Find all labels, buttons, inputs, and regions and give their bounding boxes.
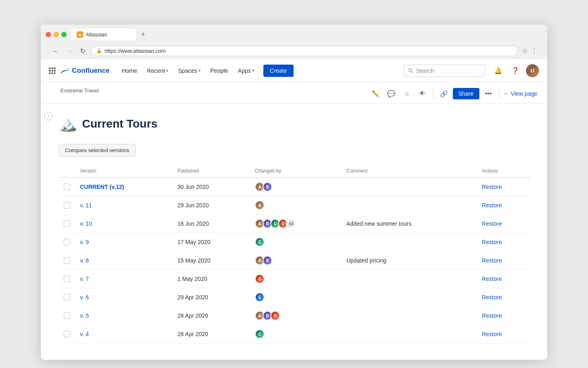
search-box[interactable]: Search [403, 65, 485, 77]
published-date: 1 May 2020 [172, 270, 250, 288]
sidebar-toggle-area: › [41, 104, 52, 360]
nav-apps[interactable]: Apps ▾ [234, 65, 258, 76]
user-avatar[interactable]: U [526, 64, 539, 77]
restore-button[interactable]: Restore [482, 312, 502, 319]
published-date: 29 Jun 2020 [172, 196, 250, 215]
grid-icon[interactable] [49, 67, 56, 74]
nav-links: Home Recent ▾ Spaces ▾ People Apps ▾ Cre… [118, 65, 294, 77]
published-date: 30 Jun 2020 [172, 177, 250, 196]
table-row: CURRENT (v.12)30 Jun 2020ABRestore [59, 177, 531, 196]
restore-button[interactable]: Restore [482, 294, 502, 301]
forward-button[interactable]: → [65, 47, 74, 56]
star-button[interactable]: ☆ [400, 87, 413, 100]
lock-icon: 🔒 [96, 48, 102, 54]
row-checkbox[interactable] [64, 312, 70, 319]
row-checkbox[interactable] [64, 331, 70, 337]
action-separator [433, 89, 433, 98]
share-button[interactable]: Share [453, 88, 479, 99]
address-bar[interactable]: 🔒 https://www.atlassian.com [91, 46, 518, 56]
version-link[interactable]: v. 6 [80, 294, 89, 301]
more-button[interactable]: ••• [482, 87, 495, 100]
row-checkbox[interactable] [64, 239, 70, 245]
version-link[interactable]: v. 7 [80, 276, 89, 282]
version-link[interactable]: v. 8 [80, 257, 89, 264]
url-text: https://www.atlassian.com [105, 48, 512, 54]
row-checkbox[interactable] [64, 220, 70, 227]
maximize-btn[interactable] [61, 32, 67, 37]
nav-people[interactable]: People [206, 65, 232, 76]
version-link[interactable]: v. 5 [80, 312, 89, 319]
main-content: 🏔️ Current Tours Compare selected versio… [52, 104, 547, 360]
spaces-chevron: ▾ [198, 68, 200, 73]
compare-versions-button[interactable]: Compare selected versions [59, 144, 136, 157]
reload-button[interactable]: ↻ [78, 46, 87, 56]
back-button[interactable]: ← [51, 47, 60, 56]
view-page-link[interactable]: ← View page [503, 90, 537, 97]
new-tab-button[interactable]: + [139, 30, 147, 39]
row-checkbox[interactable] [64, 184, 70, 190]
recent-chevron: ▾ [166, 68, 168, 73]
close-btn[interactable] [46, 32, 51, 37]
nav-home[interactable]: Home [118, 65, 141, 76]
table-row: v. 1129 Jun 2020ARestore [59, 196, 531, 215]
table-row: v. 428 Apr 2020CRestore [59, 325, 531, 343]
version-link[interactable]: v. 10 [80, 220, 92, 227]
changed-by: C [250, 325, 341, 343]
comment-button[interactable]: 💬 [385, 87, 398, 100]
col-version: Version [75, 165, 172, 177]
page-emoji: 🏔️ [59, 115, 77, 132]
user-avatar[interactable]: B [263, 256, 272, 265]
top-nav: Confluence Home Recent ▾ Spaces ▾ People [41, 59, 547, 82]
comment-text [341, 325, 477, 343]
user-avatar[interactable]: C [255, 237, 265, 247]
confluence-logo[interactable]: Confluence [60, 66, 110, 75]
col-comment: Comment [341, 165, 477, 177]
menu-icon[interactable]: ⋮ [531, 47, 537, 55]
watch-button[interactable]: 👁 [416, 87, 429, 100]
minimize-btn[interactable] [53, 32, 59, 37]
user-avatar[interactable]: D [255, 274, 265, 284]
restore-button[interactable]: Restore [482, 276, 502, 282]
row-checkbox[interactable] [64, 276, 70, 282]
comment-text [341, 288, 477, 307]
published-date: 29 Apr 2020 [172, 288, 250, 307]
svg-point-0 [409, 68, 412, 72]
edit-button[interactable]: ✏️ [369, 87, 382, 100]
tab-title: Atlassian [86, 31, 107, 38]
changed-by: AB [250, 251, 341, 270]
table-row: v. 629 Apr 2020ERestore [59, 288, 531, 307]
breadcrumb-link[interactable]: Exxtreme Travel [60, 88, 99, 94]
comment-text [341, 233, 477, 251]
version-link[interactable]: CURRENT (v.12) [80, 184, 124, 190]
version-table: Version Published Changed by Comment Act… [59, 165, 531, 343]
restore-button[interactable]: Restore [482, 202, 502, 209]
row-checkbox[interactable] [64, 202, 70, 209]
restore-button[interactable]: Restore [482, 239, 502, 245]
bookmark-icon[interactable]: ☆ [522, 47, 528, 55]
table-row: v. 71 May 2020DRestore [59, 270, 531, 288]
comment-text [341, 307, 477, 325]
nav-spaces[interactable]: Spaces ▾ [174, 65, 205, 76]
browser-tab[interactable]: 🔼 Atlassian [71, 29, 136, 40]
help-button[interactable]: ❓ [509, 64, 522, 77]
restore-button[interactable]: Restore [482, 184, 502, 190]
col-published: Published [172, 165, 250, 177]
sidebar-toggle-button[interactable]: › [44, 112, 52, 120]
nav-recent[interactable]: Recent ▾ [143, 65, 172, 76]
user-avatar[interactable]: B [263, 182, 272, 192]
restore-button[interactable]: Restore [482, 331, 502, 337]
version-link[interactable]: v. 9 [80, 239, 89, 245]
copy-button[interactable]: 🔗 [437, 87, 450, 100]
user-avatar[interactable]: A [255, 200, 265, 210]
notification-button[interactable]: 🔔 [492, 64, 505, 77]
version-link[interactable]: v. 4 [80, 331, 89, 337]
version-link[interactable]: v. 11 [80, 202, 92, 209]
row-checkbox[interactable] [64, 294, 70, 301]
user-avatar[interactable]: D [270, 311, 280, 321]
restore-button[interactable]: Restore [482, 257, 502, 264]
create-button[interactable]: Create [263, 65, 294, 77]
user-avatar[interactable]: E [255, 292, 265, 302]
restore-button[interactable]: Restore [482, 220, 502, 227]
row-checkbox[interactable] [64, 257, 70, 264]
user-avatar[interactable]: C [255, 329, 265, 339]
